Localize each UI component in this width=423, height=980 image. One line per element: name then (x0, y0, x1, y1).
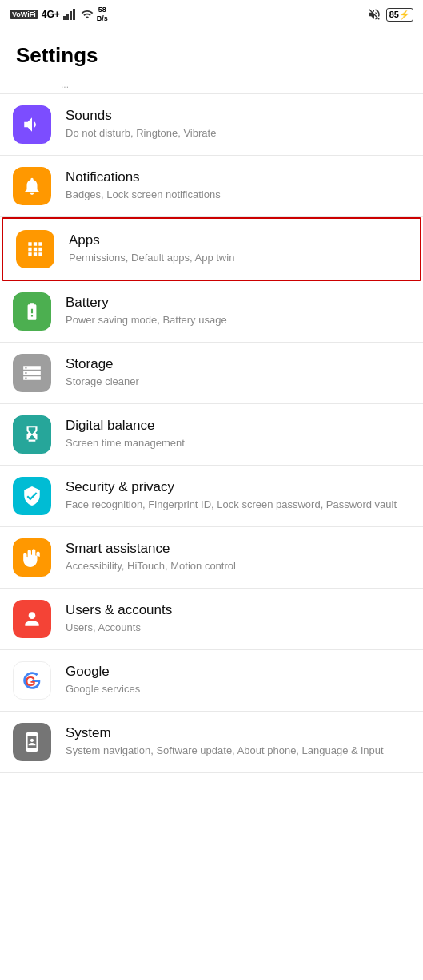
security-icon-wrapper (13, 477, 51, 515)
settings-item-apps[interactable]: Apps Permissions, Default apps, App twin (2, 217, 421, 281)
truncated-item: ... (0, 76, 423, 94)
system-text: System System navigation, Software updat… (66, 725, 410, 758)
status-left: VoWiFi 4G+ 58 B/s (10, 6, 108, 23)
sounds-subtitle: Do not disturb, Ringtone, Vibrate (66, 126, 410, 141)
battery-text: Battery Power saving mode, Battery usage (66, 295, 410, 327)
digital-balance-title: Digital balance (66, 418, 410, 434)
google-title: Google (66, 664, 410, 680)
users-accounts-subtitle: Users, Accounts (66, 621, 410, 635)
settings-item-notifications[interactable]: Notifications Badges, Lock screen notifi… (0, 156, 423, 217)
settings-list: Sounds Do not disturb, Ringtone, Vibrate… (0, 94, 423, 773)
users-accounts-text: Users & accounts Users, Accounts (66, 602, 410, 635)
apps-text: Apps Permissions, Default apps, App twin (69, 232, 407, 265)
signal-bars-icon (63, 8, 78, 21)
system-icon-wrapper (13, 723, 51, 761)
storage-icon-wrapper (13, 354, 51, 392)
battery-icon (22, 301, 42, 322)
svg-rect-3 (73, 9, 75, 20)
svg-rect-1 (66, 14, 69, 20)
digital-balance-text: Digital balance Screen time management (66, 418, 410, 450)
apps-icon-wrapper (16, 230, 54, 268)
google-icon: G (22, 670, 42, 691)
settings-item-sounds[interactable]: Sounds Do not disturb, Ringtone, Vibrate (0, 94, 423, 156)
settings-item-security[interactable]: Security & privacy Face recognition, Fin… (0, 466, 423, 527)
apps-subtitle: Permissions, Default apps, App twin (69, 251, 407, 265)
smart-assistance-text: Smart assistance Accessibility, HiTouch,… (66, 541, 410, 573)
phone-info-icon (22, 732, 42, 752)
smart-assistance-title: Smart assistance (66, 541, 410, 557)
person-icon (22, 609, 42, 629)
notifications-text: Notifications Badges, Lock screen notifi… (66, 169, 410, 202)
shield-icon (22, 486, 42, 506)
bell-icon (22, 176, 42, 196)
signal-4g: 4G+ (42, 9, 60, 20)
network-speed: 58 B/s (97, 6, 108, 23)
notifications-icon-wrapper (13, 167, 51, 205)
battery-indicator: 85 ⚡ (386, 8, 413, 22)
users-icon-wrapper (13, 600, 51, 638)
notifications-subtitle: Badges, Lock screen notifications (66, 188, 410, 202)
storage-text: Storage Storage cleaner (66, 356, 410, 389)
settings-item-storage[interactable]: Storage Storage cleaner (0, 343, 423, 404)
google-text: Google Google services (66, 664, 410, 696)
sounds-title: Sounds (66, 108, 410, 124)
sounds-icon-wrapper (13, 105, 51, 144)
security-title: Security & privacy (66, 479, 410, 495)
settings-item-system[interactable]: System System navigation, Software updat… (0, 712, 423, 773)
security-text: Security & privacy Face recognition, Fin… (66, 479, 410, 512)
digital-balance-subtitle: Screen time management (66, 436, 410, 450)
google-icon-wrapper: G (13, 661, 51, 700)
hand-icon (22, 547, 42, 568)
svg-text:G: G (25, 673, 35, 689)
battery-title: Battery (66, 295, 410, 311)
system-title: System (66, 725, 410, 741)
vowifi-label: VoWiFi (10, 10, 38, 19)
hourglass-icon (22, 424, 42, 445)
svg-rect-2 (70, 11, 72, 20)
settings-item-digital-balance[interactable]: Digital balance Screen time management (0, 404, 423, 466)
page-title: Settings (0, 29, 423, 76)
status-bar: VoWiFi 4G+ 58 B/s 85 ⚡ (0, 0, 423, 29)
settings-item-google[interactable]: G Google Google services (0, 650, 423, 712)
security-subtitle: Face recognition, Fingerprint ID, Lock s… (66, 498, 410, 512)
battery-subtitle: Power saving mode, Battery usage (66, 313, 410, 327)
users-accounts-title: Users & accounts (66, 602, 410, 618)
google-subtitle: Google services (66, 682, 410, 696)
storage-icon (22, 363, 42, 383)
digital-balance-icon-wrapper (13, 415, 51, 454)
apps-icon (25, 239, 46, 260)
svg-rect-0 (63, 16, 66, 20)
mute-icon (367, 7, 381, 22)
battery-icon-wrapper (13, 292, 51, 331)
system-subtitle: System navigation, Software update, Abou… (66, 744, 410, 758)
settings-item-smart-assistance[interactable]: Smart assistance Accessibility, HiTouch,… (0, 527, 423, 589)
notifications-title: Notifications (66, 169, 410, 185)
smart-assistance-subtitle: Accessibility, HiTouch, Motion control (66, 559, 410, 573)
volume-icon (22, 114, 42, 135)
storage-subtitle: Storage cleaner (66, 375, 410, 389)
sounds-text: Sounds Do not disturb, Ringtone, Vibrate (66, 108, 410, 141)
status-right: 85 ⚡ (367, 7, 413, 22)
apps-title: Apps (69, 232, 407, 248)
storage-title: Storage (66, 356, 410, 372)
settings-item-users-accounts[interactable]: Users & accounts Users, Accounts (0, 589, 423, 650)
smart-assistance-icon-wrapper (13, 538, 51, 577)
settings-item-battery[interactable]: Battery Power saving mode, Battery usage (0, 281, 423, 343)
wifi-icon (81, 8, 94, 21)
